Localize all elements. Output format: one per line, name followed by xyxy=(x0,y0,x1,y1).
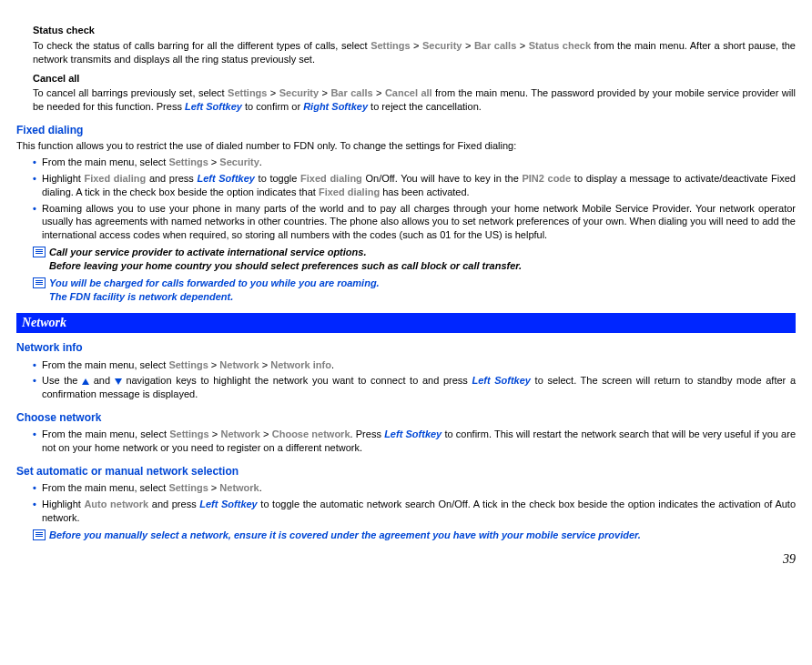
cancel-all-body: To cancel all barrings previously set, s… xyxy=(33,86,796,114)
sep: > xyxy=(260,428,272,439)
text: From the main menu, select xyxy=(42,359,168,370)
text: From the main menu, select xyxy=(42,156,168,167)
text: to toggle xyxy=(255,173,300,184)
fixed-dialing-intro: This function allows you to restrict the… xyxy=(16,139,796,153)
status-check-body: To check the status of calls barring for… xyxy=(33,39,796,66)
nav-up-icon xyxy=(82,378,89,385)
sep: > xyxy=(516,40,528,51)
text: On/Off. You will have to key in the xyxy=(362,173,523,184)
auto-network-label: Auto network xyxy=(84,499,148,509)
fixed-dialing-label: Fixed dialing xyxy=(84,173,146,184)
nav-down-icon xyxy=(115,378,122,385)
note-icon xyxy=(33,529,46,540)
path-network-info: Network info xyxy=(270,359,331,370)
note-block: Before you manually select a network, en… xyxy=(33,529,796,542)
path-settings: Settings xyxy=(168,156,208,167)
path-cancel-all: Cancel all xyxy=(385,87,432,98)
text: to confirm or xyxy=(242,101,303,112)
sep: > xyxy=(208,359,220,370)
text: . Press xyxy=(350,428,385,439)
sep: > xyxy=(373,87,385,98)
path-settings: Settings xyxy=(370,40,410,51)
left-softkey: Left Softkey xyxy=(199,499,258,509)
text: . xyxy=(331,359,334,370)
text: and press xyxy=(146,173,197,184)
text: and press xyxy=(148,499,199,509)
text: From the main menu, select xyxy=(42,482,168,493)
note-line: Before leaving your home country you sho… xyxy=(49,259,796,273)
list-item: Use the and navigation keys to highlight… xyxy=(33,374,796,401)
path-settings: Settings xyxy=(168,359,208,370)
note-line: Call your service provider to activate i… xyxy=(49,246,796,259)
text: . xyxy=(259,156,262,167)
pin2-label: PIN2 code xyxy=(522,173,571,184)
list-item: From the main menu, select Settings > Se… xyxy=(33,156,796,169)
text: Highlight xyxy=(42,173,84,184)
sep: > xyxy=(259,359,271,370)
list-item: Roaming allows you to use your phone in … xyxy=(33,202,796,243)
note-block: You will be charged for calls forwarded … xyxy=(33,277,796,304)
list-item: Highlight Fixed dialing and press Left S… xyxy=(33,172,796,199)
note-icon xyxy=(33,247,46,257)
path-network: Network xyxy=(219,482,259,493)
auto-manual-heading: Set automatic or manual network selectio… xyxy=(16,464,796,479)
list-item: From the main menu, select Settings > Ne… xyxy=(33,481,796,495)
path-settings: Settings xyxy=(168,482,208,493)
note-block: Call your service provider to activate i… xyxy=(33,246,796,273)
path-settings: Settings xyxy=(228,87,267,98)
left-softkey: Left Softkey xyxy=(197,173,255,184)
path-security: Security xyxy=(219,156,259,167)
text: To cancel all barrings previously set, s… xyxy=(33,87,228,98)
left-softkey: Left Softkey xyxy=(384,428,442,439)
fixed-dialing-label: Fixed dialing xyxy=(319,186,380,197)
text: has been activated. xyxy=(380,186,469,197)
note-line: The FDN facility is network dependent. xyxy=(49,290,796,304)
path-status-check: Status check xyxy=(529,40,591,51)
sep: > xyxy=(267,87,279,98)
text: and xyxy=(89,375,115,386)
path-choose-network: Choose network xyxy=(272,428,350,439)
text: Highlight xyxy=(42,499,84,509)
sep: > xyxy=(462,40,473,51)
left-softkey: Left Softkey xyxy=(185,101,242,112)
text: navigation keys to highlight the network… xyxy=(122,375,472,386)
text: Use the xyxy=(42,375,82,386)
path-bar-calls: Bar calls xyxy=(330,87,372,98)
path-network: Network xyxy=(219,359,259,370)
note-icon xyxy=(33,277,46,288)
path-settings: Settings xyxy=(169,428,208,439)
path-security: Security xyxy=(422,40,462,51)
list-item: From the main menu, select Settings > Ne… xyxy=(33,428,796,455)
text: From the main menu, select xyxy=(42,428,169,439)
fixed-dialing-label: Fixed dialing xyxy=(300,173,362,184)
list-item: Highlight Auto network and press Left So… xyxy=(33,498,796,525)
page-number: 39 xyxy=(16,551,796,569)
note-line: Before you manually select a network, en… xyxy=(49,529,796,542)
choose-network-heading: Choose network xyxy=(16,410,796,425)
fixed-dialing-heading: Fixed dialing xyxy=(16,123,796,137)
text: . xyxy=(259,482,262,493)
sep: > xyxy=(209,428,221,439)
cancel-all-title: Cancel all xyxy=(33,72,796,86)
network-section-bar: Network xyxy=(16,313,796,334)
text: To check the status of calls barring for… xyxy=(33,40,370,51)
path-security: Security xyxy=(279,87,319,98)
network-info-heading: Network info xyxy=(16,340,796,355)
list-item: From the main menu, select Settings > Ne… xyxy=(33,358,796,372)
note-line: You will be charged for calls forwarded … xyxy=(49,277,796,290)
right-softkey: Right Softkey xyxy=(303,101,368,112)
left-softkey: Left Softkey xyxy=(472,375,531,386)
sep: > xyxy=(411,40,422,51)
sep: > xyxy=(208,482,220,493)
path-bar-calls: Bar calls xyxy=(474,40,516,51)
path-network: Network xyxy=(220,428,259,439)
text: to reject the cancellation. xyxy=(368,101,482,112)
status-check-title: Status check xyxy=(33,24,796,37)
sep: > xyxy=(319,87,330,98)
sep: > xyxy=(208,156,220,167)
